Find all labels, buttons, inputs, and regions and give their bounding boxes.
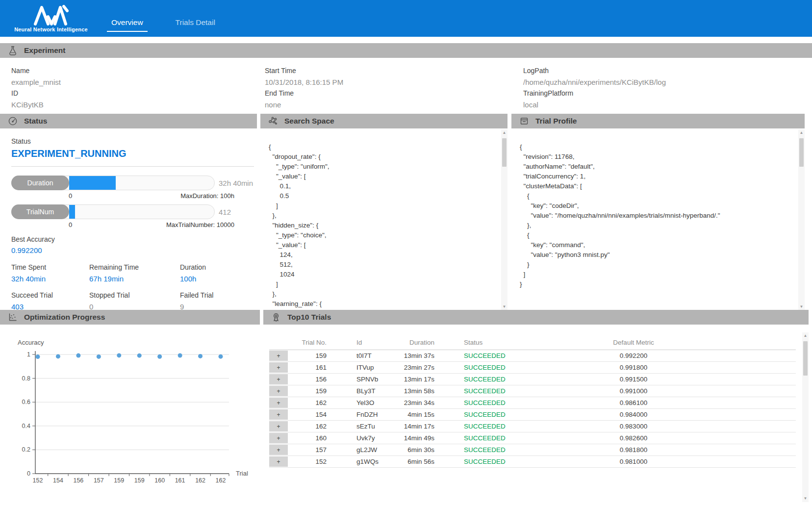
top10-trials-panel: Top10 Trials Trial No. Id Duration Statu… [263, 310, 809, 505]
code-line: "key": "command", [520, 240, 792, 250]
optimization-progress-panel: Optimization Progress 00.20.40.60.811521… [0, 310, 260, 505]
nni-logo-icon [33, 5, 69, 25]
search-space-title: Search Space [284, 117, 334, 126]
trial-metric-cell: 0.991500 [552, 376, 715, 383]
code-line: "authorName": "default", [520, 162, 792, 172]
trial-duration-cell: 6min 30s [397, 446, 434, 454]
field-label: Start Time [265, 65, 523, 76]
chart-label: Accuracy [18, 339, 44, 346]
trial-accuracy-point[interactable] [157, 354, 162, 359]
trial-profile-scrollbar[interactable]: ▲ ▼ [798, 129, 805, 310]
best-accuracy-value: 0.992200 [11, 246, 254, 254]
search-space-scrollbar[interactable]: ▲ ▼ [501, 129, 508, 310]
trial-accuracy-point[interactable] [97, 354, 101, 359]
code-line: { [520, 191, 792, 201]
trialnum-progress-fill [69, 205, 75, 219]
scroll-down-icon[interactable]: ▼ [800, 303, 804, 310]
trialnum-max: MaxTrialNumber: 10000 [166, 221, 234, 228]
trial-id-cell: g1WQs [327, 458, 397, 465]
expand-row-button[interactable]: + [269, 386, 288, 396]
trial-status-cell: SUCCEEDED [434, 458, 552, 465]
status-title: Status [24, 117, 47, 126]
best-accuracy-label: Best Accuracy [11, 235, 254, 243]
trial-no-cell: 156 [288, 376, 327, 383]
stat-value: 67h 19min [89, 275, 124, 283]
accuracy-scatter-chart[interactable]: 00.20.40.60.8115215415615715915916016116… [10, 336, 260, 494]
expand-row-button[interactable]: + [269, 421, 288, 431]
chart-label: 152 [33, 477, 43, 484]
col-trial-no: Trial No. [288, 339, 327, 346]
scrollbar-thumb[interactable] [502, 138, 507, 167]
expand-row-button[interactable]: + [269, 456, 288, 467]
trial-profile-json: { "revision": 11768, "authorName": "defa… [511, 128, 805, 310]
chart-label: 162 [216, 477, 226, 484]
nni-logo: Neural Network Intelligence [12, 0, 90, 37]
expand-row-button[interactable]: + [269, 351, 288, 361]
experiment-status-value: EXPERIMENT_RUNNING [11, 148, 254, 159]
trial-id-cell: Yel3O [327, 399, 397, 406]
trial-metric-cell: 0.992200 [552, 352, 715, 359]
expand-row-button[interactable]: + [269, 445, 288, 455]
trial-status-cell: SUCCEEDED [434, 364, 552, 371]
chart-label: 156 [73, 477, 83, 484]
stat-label: Duration [180, 263, 254, 271]
col-duration: Duration [397, 339, 434, 346]
top10-title: Top10 Trials [287, 313, 331, 322]
trial-row: +156SPNVb13min 17sSUCCEEDED0.991500 [269, 374, 796, 385]
trial-duration-cell: 4min 15s [397, 411, 434, 418]
expand-row-button[interactable]: + [269, 362, 288, 373]
trial-accuracy-point[interactable] [36, 354, 40, 359]
trial-no-cell: 162 [288, 423, 327, 430]
scrollbar-thumb[interactable] [799, 138, 804, 167]
code-line: "dropout_rate": { [269, 152, 495, 162]
field-value: example_mnist [11, 76, 265, 88]
scroll-up-icon[interactable]: ▲ [800, 129, 804, 136]
code-line: "revision": 11768, [520, 152, 792, 162]
status-label: Status [11, 137, 254, 145]
nav-tabs: Overview Trials Detail [107, 0, 220, 37]
scrollbar-thumb[interactable] [803, 341, 808, 376]
trial-profile-title: Trial Profile [535, 117, 577, 126]
trial-duration-cell: 13min 37s [397, 352, 434, 359]
scroll-up-icon[interactable]: ▲ [804, 332, 808, 339]
trial-accuracy-point[interactable] [56, 354, 60, 358]
stat-label: Failed Trial [180, 291, 254, 299]
tab-overview[interactable]: Overview [107, 18, 148, 32]
expand-row-button[interactable]: + [269, 398, 288, 408]
trial-accuracy-point[interactable] [137, 354, 142, 358]
trial-accuracy-point[interactable] [178, 353, 182, 357]
trial-accuracy-point[interactable] [76, 354, 80, 358]
trial-metric-cell: 0.984000 [552, 411, 715, 418]
code-line: { [269, 142, 495, 152]
field-value: local [523, 99, 812, 110]
trial-accuracy-point[interactable] [198, 354, 203, 358]
field-label: TrainingPlatform [523, 88, 812, 99]
code-line: 124, [269, 250, 495, 260]
code-line: "key": "codeDir", [520, 201, 792, 211]
code-line: "_value": [ [269, 240, 495, 250]
top10-scrollbar[interactable]: ▲ ▼ [802, 332, 809, 502]
scroll-down-icon[interactable]: ▼ [804, 495, 808, 502]
expand-row-button[interactable]: + [269, 374, 288, 384]
top-nav: Neural Network Intelligence Overview Tri… [0, 0, 812, 37]
code-line: "clusterMetaData": [ [520, 181, 792, 191]
expand-row-button[interactable]: + [269, 409, 288, 420]
code-line: } [520, 260, 792, 270]
chart-label: 0 [27, 470, 30, 477]
duration-progress: Duration 32h 40min 0 MaxDuration: 100h [11, 176, 254, 200]
trial-row: +159t0I7T13min 37sSUCCEEDED0.992200 [269, 350, 796, 362]
code-line: }, [269, 289, 495, 299]
trial-accuracy-point[interactable] [117, 353, 121, 357]
tab-trials-detail[interactable]: Trials Detail [171, 18, 220, 32]
chart-label: 0.8 [22, 375, 30, 382]
scroll-down-icon[interactable]: ▼ [503, 303, 507, 310]
scroll-up-icon[interactable]: ▲ [503, 129, 507, 136]
trial-duration-cell: 13min 58s [397, 387, 434, 395]
stat-label: Time Spent [11, 263, 89, 271]
experiment-title: Experiment [24, 46, 65, 55]
trial-accuracy-point[interactable] [219, 354, 223, 359]
expand-row-button[interactable]: + [269, 433, 288, 443]
top10-header: Top10 Trials [263, 310, 809, 325]
flask-icon [8, 46, 18, 55]
code-line: 512, [269, 260, 495, 270]
